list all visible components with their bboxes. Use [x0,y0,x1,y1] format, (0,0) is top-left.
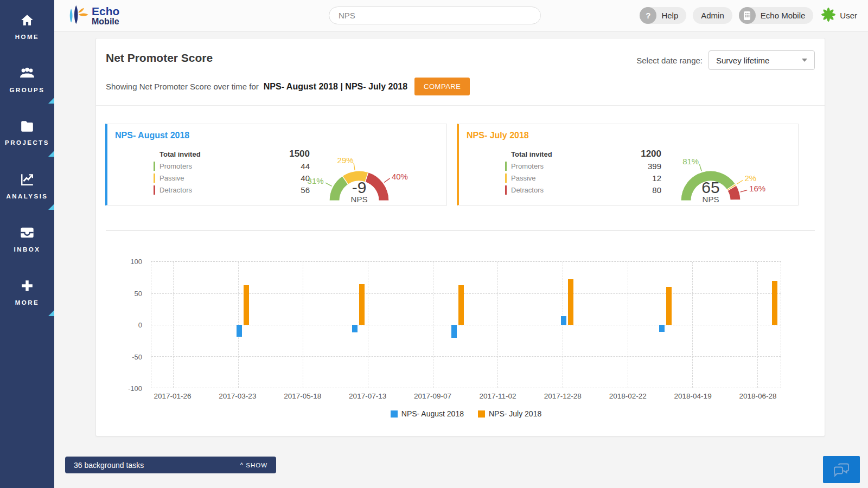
svg-text:NPS: NPS [351,195,368,204]
plus-icon [21,279,34,294]
chat-widget-button[interactable] [823,456,860,483]
background-tasks-bar[interactable]: 36 background tasks ^ SHOW [65,457,276,473]
folder-icon [20,120,34,134]
sidebar-item-label: GROUPS [10,87,45,93]
sidebar-item-label: INBOX [14,246,41,253]
card-title: NPS- August 2018 [115,131,189,140]
bar-july [568,279,573,325]
sidebar-item-label: MORE [15,299,40,306]
detractors-label: Detractors [511,186,623,194]
legend-swatch [391,410,398,418]
passive-color-swatch [154,174,155,183]
legend-label: NPS- July 2018 [489,409,541,418]
chart-legend: NPS- August 2018NPS- July 2018 [151,409,781,434]
svg-text:16%: 16% [749,184,765,193]
section-divider [106,230,815,231]
legend-item[interactable]: NPS- July 2018 [478,409,541,418]
sidebar-item-projects[interactable]: PROJECTS [0,106,54,159]
nps-gauge: 81%2%16%65NPS [637,145,784,205]
user-menu[interactable]: User [820,6,857,25]
chat-bubbles-icon [832,461,851,479]
total-invited-label: Total invited [154,150,272,158]
echo-mobile-logo[interactable]: Echo Mobile [66,4,119,28]
svg-text:31%: 31% [308,176,324,185]
nps-plot [151,261,781,388]
gridline-vertical [173,262,174,388]
bar-july [666,287,672,325]
sidebar-item-groups[interactable]: GROUPS [0,53,54,106]
gridline-vertical [303,262,303,388]
svg-text:2%: 2% [745,174,757,183]
groups-icon [19,67,35,82]
x-tick-label: 2017-11-02 [479,392,516,400]
gridline-horizontal [151,325,781,325]
gridline-vertical [368,262,368,388]
sidebar-item-inbox[interactable]: INBOX [0,213,54,266]
nps-cards-row: NPS- August 2018 Total invited 1500 Prom… [96,106,825,206]
y-tick-label: 50 [120,289,142,297]
legend-item[interactable]: NPS- August 2018 [391,409,464,418]
x-tick-label: 2018-02-22 [609,392,647,400]
date-range-select[interactable]: Survey lifetime [709,50,815,70]
x-tick-label: 2017-05-18 [284,392,321,400]
admin-button[interactable]: Admin [693,7,732,24]
y-tick-label: -100 [120,384,142,393]
sidebar-item-more[interactable]: MORE [0,266,54,319]
bar-august [451,325,457,338]
compare-button[interactable]: COMPARE [414,78,470,95]
bar-july [458,285,464,325]
gridline-vertical [692,262,693,388]
svg-text:29%: 29% [337,156,354,165]
user-avatar [820,6,837,25]
help-button[interactable]: ? Help [640,7,686,24]
svg-text:65: 65 [701,178,719,196]
gridline-vertical [433,262,433,388]
chevron-down-icon [802,59,807,62]
sidebar: HOME GROUPS PROJECTS ANALYSIS INBOX MORE [0,0,54,488]
detractors-color-swatch [505,185,507,195]
x-axis-labels: 2017-01-262017-03-232017-05-182017-07-13… [151,392,781,404]
org-button[interactable]: Echo Mobile [739,7,814,24]
gridline-horizontal [151,356,781,357]
nps-card: NPS- August 2018 Total invited 1500 Prom… [105,124,447,206]
bar-august [237,325,242,337]
show-tasks-button[interactable]: ^ SHOW [240,462,267,468]
promoters-label: Promoters [159,162,272,170]
gridline-vertical [757,262,758,388]
sidebar-item-label: ANALYSIS [6,193,48,200]
bar-august [561,316,566,325]
card-title: NPS- July 2018 [467,131,529,140]
svg-text:40%: 40% [392,172,408,181]
y-tick-label: -50 [120,352,142,361]
sidebar-item-analysis[interactable]: ANALYSIS [0,159,54,213]
nps-panel: Net Promoter Score Select date range: Su… [95,38,825,436]
x-tick-label: 2018-06-28 [739,392,776,400]
sidebar-item-home[interactable]: HOME [0,0,54,53]
x-tick-label: 2017-03-23 [219,392,256,400]
chevron-up-icon: ^ [240,462,244,468]
subtitle-row: Showing Net Promoter Score over time for… [106,78,815,95]
background-tasks-label: 36 background tasks [74,461,144,470]
logo-star-icon [66,4,89,28]
detractors-color-swatch [154,185,155,195]
bar-august [352,325,358,332]
x-tick-label: 2017-09-07 [414,392,451,400]
bar-july [359,284,365,325]
date-range-value: Survey lifetime [716,56,769,65]
logo-wordmark: Echo Mobile [92,5,119,26]
sidebar-item-label: PROJECTS [5,139,49,146]
legend-label: NPS- August 2018 [401,409,464,418]
panel-header: Net Promoter Score Select date range: Su… [96,38,825,106]
nps-card: NPS- July 2018 Total invited 1200 Promot… [457,124,799,206]
inbox-icon [20,226,35,241]
subtitle-surveys: NPS- August 2018 | NPS- July 2018 [264,82,407,92]
passive-label: Passive [511,174,623,182]
promoters-color-swatch [505,162,507,171]
passive-label: Passive [159,174,272,182]
passive-color-swatch [505,174,507,183]
bar-july [244,285,249,325]
topbar: Echo Mobile ? Help Admin Echo Mobile [54,0,868,31]
search-input[interactable] [329,7,541,24]
y-tick-label: 0 [120,321,142,329]
total-invited-label: Total invited [505,150,623,158]
